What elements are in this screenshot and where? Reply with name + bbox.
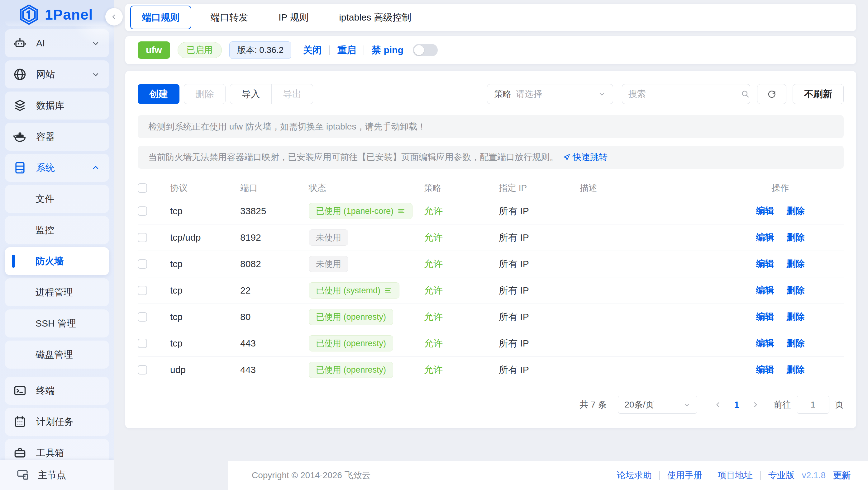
- goto-page-input[interactable]: [797, 396, 829, 414]
- no-refresh-button[interactable]: 不刷新: [793, 84, 844, 104]
- update-link[interactable]: 更新: [833, 469, 850, 481]
- edit-link[interactable]: 编辑: [756, 337, 774, 350]
- delete-link[interactable]: 删除: [787, 364, 805, 376]
- edit-link[interactable]: 编辑: [756, 311, 774, 323]
- user-manual-link[interactable]: 使用手册: [668, 469, 702, 481]
- status-text: 已使用 (openresty): [316, 364, 386, 375]
- sidebar-item-database[interactable]: 数据库: [5, 92, 109, 120]
- alert-container-port-mapping: 当前防火墙无法禁用容器端口映射，已安装应用可前往【已安装】页面编辑应用参数，配置…: [138, 146, 844, 169]
- sidebar-item-label: SSH 管理: [35, 317, 76, 330]
- page-size-select[interactable]: 20条/页: [618, 396, 697, 414]
- node-screens-icon: [16, 468, 29, 482]
- forum-help-link[interactable]: 论坛求助: [617, 469, 652, 481]
- column-header-description: 描述: [580, 182, 717, 194]
- sidebar-collapse-button[interactable]: [105, 8, 123, 26]
- sidebar-item-cron[interactable]: 计划任务: [5, 408, 109, 436]
- sidebar-item-terminal[interactable]: 终端: [5, 377, 109, 405]
- row-checkbox[interactable]: [138, 312, 147, 322]
- row-checkbox[interactable]: [138, 365, 147, 374]
- row-checkbox[interactable]: [138, 233, 147, 242]
- divider: [710, 471, 710, 480]
- search-icon: [741, 90, 750, 98]
- edit-link[interactable]: 编辑: [756, 205, 774, 217]
- restart-firewall-link[interactable]: 重启: [337, 44, 356, 57]
- prev-page-button[interactable]: [708, 401, 728, 409]
- row-checkbox[interactable]: [138, 339, 147, 348]
- select-all-checkbox[interactable]: [138, 183, 147, 193]
- sidebar-item-system[interactable]: 系统: [5, 154, 109, 182]
- cell-port: 22: [240, 285, 309, 296]
- pro-edition-link[interactable]: 专业版: [768, 469, 795, 481]
- cell-ip: 所有 IP: [499, 231, 580, 244]
- sidebar-item-ssh[interactable]: SSH 管理: [5, 309, 109, 337]
- current-page[interactable]: 1: [728, 399, 745, 410]
- sidebar-item-disk[interactable]: 磁盘管理: [5, 340, 109, 368]
- layers-icon: [13, 99, 27, 112]
- calendar-icon: [13, 415, 27, 429]
- status-badge[interactable]: 已使用 (systemd): [309, 282, 399, 298]
- sidebar-item-label: 数据库: [36, 99, 100, 112]
- next-page-button[interactable]: [745, 401, 766, 409]
- footer: Copyright © 2014-2026 飞致云 论坛求助 使用手册 项目地址…: [228, 461, 868, 490]
- delete-link[interactable]: 删除: [787, 284, 805, 297]
- quick-jump-link[interactable]: 快速跳转: [563, 151, 608, 163]
- sidebar-item-website[interactable]: 网站: [5, 60, 109, 89]
- toolbar: 创建 删除 导入 导出 策略 请选择: [138, 84, 844, 104]
- cell-protocol: tcp: [170, 285, 240, 296]
- delete-button[interactable]: 删除: [184, 84, 225, 104]
- brand-logo: 1Panel: [0, 0, 114, 29]
- export-button[interactable]: 导出: [271, 85, 313, 104]
- table-row: tcp 22 已使用 (systemd) 允许 所有 IP 编辑 删除: [138, 277, 844, 304]
- sidebar-item-files[interactable]: 文件: [5, 185, 109, 213]
- sidebar-item-container[interactable]: 容器: [5, 123, 109, 151]
- status-text: 已使用 (openresty): [316, 338, 386, 349]
- stop-firewall-link[interactable]: 关闭: [303, 44, 322, 57]
- search-input[interactable]: [628, 89, 741, 99]
- column-header-actions: 操作: [717, 182, 844, 194]
- tab-port-rules[interactable]: 端口规则: [130, 6, 191, 29]
- cell-ip: 所有 IP: [499, 258, 580, 270]
- row-checkbox[interactable]: [138, 206, 147, 216]
- cell-policy: 允许: [424, 338, 443, 348]
- sidebar-item-masternode[interactable]: 主节点: [0, 460, 114, 490]
- status-badge[interactable]: 已使用 (1panel-core): [309, 203, 412, 219]
- row-checkbox[interactable]: [138, 286, 147, 295]
- sidebar-item-label: 监控: [35, 224, 54, 237]
- delete-link[interactable]: 删除: [787, 205, 805, 217]
- policy-filter-select[interactable]: 策略 请选择: [487, 84, 613, 104]
- cell-ip: 所有 IP: [499, 284, 580, 297]
- sidebar-item-toolbox[interactable]: 工具箱: [5, 439, 109, 460]
- table-header: 协议 端口 状态 策略 指定 IP 描述 操作: [138, 178, 844, 198]
- project-site-link[interactable]: 项目地址: [718, 469, 753, 481]
- delete-link[interactable]: 删除: [787, 231, 805, 244]
- edit-link[interactable]: 编辑: [756, 231, 774, 244]
- sidebar-item-label: 文件: [35, 193, 54, 205]
- tab-bar: 端口规则 端口转发 IP 规则 iptables 高级控制: [125, 4, 856, 31]
- disable-ping-label: 禁 ping: [372, 44, 403, 57]
- tab-iptables-advanced[interactable]: iptables 高级控制: [328, 6, 423, 29]
- delete-link[interactable]: 删除: [787, 337, 805, 350]
- edit-link[interactable]: 编辑: [756, 258, 774, 270]
- divider: [760, 471, 761, 480]
- delete-link[interactable]: 删除: [787, 258, 805, 270]
- tab-ip-rules[interactable]: IP 规则: [267, 6, 320, 29]
- sidebar-item-monitor[interactable]: 监控: [5, 216, 109, 244]
- refresh-button[interactable]: [757, 84, 786, 104]
- cell-policy: 允许: [424, 312, 443, 322]
- globe-icon: [13, 68, 27, 81]
- sidebar-item-firewall[interactable]: 防火墙: [5, 247, 109, 275]
- row-checkbox[interactable]: [138, 259, 147, 269]
- edit-link[interactable]: 编辑: [756, 364, 774, 376]
- tab-port-forward[interactable]: 端口转发: [199, 6, 259, 29]
- create-button[interactable]: 创建: [138, 84, 180, 104]
- status-text: 已使用 (openresty): [316, 311, 386, 323]
- import-button[interactable]: 导入: [230, 85, 271, 104]
- sidebar-item-ai[interactable]: AI: [5, 29, 109, 57]
- search-box: [622, 84, 750, 104]
- robot-icon: [13, 36, 27, 50]
- delete-link[interactable]: 删除: [787, 311, 805, 323]
- disable-ping-toggle[interactable]: [413, 44, 438, 56]
- docker-whale-icon: [13, 130, 27, 143]
- sidebar-item-process[interactable]: 进程管理: [5, 278, 109, 306]
- edit-link[interactable]: 编辑: [756, 284, 774, 297]
